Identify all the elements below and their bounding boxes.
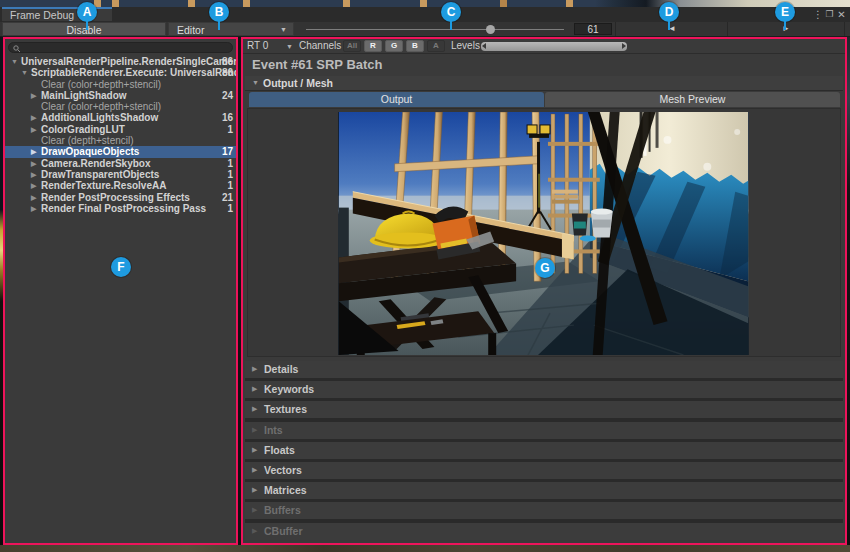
tree-row[interactable]: ▶Render PostProcessing Effects21 — [5, 192, 236, 203]
callout-f: F — [111, 257, 131, 277]
event-label: RenderTexture.ResolveAA — [41, 180, 166, 191]
section-buffers[interactable]: ▶Buffers — [245, 502, 843, 519]
tab-mesh-preview[interactable]: Mesh Preview — [545, 92, 840, 107]
section-textures[interactable]: ▶Textures — [245, 401, 843, 418]
tree-row[interactable]: ▶ColorGradingLUT1 — [5, 124, 236, 135]
tree-row[interactable]: ▶AdditionalLightsShadow16 — [5, 112, 236, 123]
event-count: 86 — [222, 67, 233, 78]
channel-buttons: AllRGBA — [343, 41, 445, 51]
chevron-down-icon: ▼ — [286, 41, 293, 53]
levels-min-handle[interactable] — [482, 43, 486, 49]
section-label: Keywords — [264, 383, 314, 395]
frame-slider[interactable] — [300, 22, 568, 36]
maximize-icon[interactable]: ❐ — [824, 9, 835, 20]
channel-button-all[interactable]: All — [343, 40, 361, 52]
section-label: Buffers — [264, 504, 301, 516]
event-count: 86 — [222, 56, 233, 67]
tree-row[interactable]: ▼ScriptableRenderer.Execute: UniversalRe… — [5, 67, 236, 78]
render-target-toolbar: RT 0 ▼ Channels AllRGBA Levels — [243, 39, 845, 54]
callout-a: A — [77, 2, 97, 30]
target-dropdown[interactable]: Editor ▼ — [168, 22, 294, 36]
window-menu-icon[interactable]: ⋮ — [812, 9, 823, 20]
levels-max-handle[interactable] — [622, 43, 626, 49]
foldout-collapsed-icon: ▶ — [252, 365, 257, 373]
tree-row[interactable]: ▶Render Final PostProcessing Pass1 — [5, 203, 236, 214]
event-count: 16 — [222, 112, 233, 123]
event-tree: ▼UniversalRenderPipeline.RenderSingleCam… — [5, 56, 236, 214]
search-icon — [13, 45, 21, 53]
event-count: 1 — [227, 180, 233, 191]
section-cbuffer[interactable]: ▶CBuffer — [245, 523, 843, 540]
foldout-collapsed-icon[interactable]: ▶ — [31, 90, 41, 101]
event-search-input[interactable] — [8, 42, 233, 53]
tree-row[interactable]: ▶Camera.RenderSkybox1 — [5, 158, 236, 169]
target-dropdown-label: Editor — [177, 24, 204, 36]
tree-row[interactable]: ▼UniversalRenderPipeline.RenderSingleCam… — [5, 56, 236, 67]
property-sections: ▶Details▶Keywords▶Textures▶Ints▶Floats▶V… — [245, 361, 843, 540]
event-label: UniversalRenderPipeline.RenderSingleCame… — [21, 56, 236, 67]
section-ints[interactable]: ▶Ints — [245, 422, 843, 439]
section-label: Vectors — [264, 464, 302, 476]
title-bar: Frame Debug ⋮ ❐ ✕ — [0, 7, 850, 23]
channel-button-g[interactable]: G — [385, 40, 403, 52]
output-mesh-foldout[interactable]: ▼ Output / Mesh — [245, 76, 843, 91]
tree-row[interactable]: ▶MainLightShadow24 — [5, 90, 236, 101]
rt-dropdown[interactable]: RT 0 ▼ — [247, 40, 295, 52]
foldout-collapsed-icon: ▶ — [252, 405, 257, 413]
foldout-expanded-icon[interactable]: ▼ — [21, 67, 31, 78]
frame-debugger-window: Frame Debug ⋮ ❐ ✕ Disable Editor ▼ 61 ◄ … — [0, 0, 850, 552]
render-preview-svg — [338, 112, 749, 355]
event-label: Clear (color+depth+stencil) — [41, 79, 161, 90]
section-label: Ints — [264, 424, 283, 436]
tree-row[interactable]: ▶DrawTransparentObjects1 — [5, 169, 236, 180]
section-details[interactable]: ▶Details — [245, 361, 843, 378]
foldout-collapsed-icon[interactable]: ▶ — [31, 124, 41, 135]
channel-button-r[interactable]: R — [364, 40, 382, 52]
foldout-expanded-icon[interactable]: ▼ — [11, 56, 21, 67]
event-label: MainLightShadow — [41, 90, 127, 101]
tree-row[interactable]: ▶RenderTexture.ResolveAA1 — [5, 180, 236, 191]
foldout-expanded-icon: ▼ — [252, 79, 259, 86]
close-icon[interactable]: ✕ — [836, 9, 847, 20]
foldout-collapsed-icon[interactable]: ▶ — [31, 112, 41, 123]
foldout-collapsed-icon[interactable]: ▶ — [31, 180, 41, 191]
tree-row[interactable]: Clear (depth+stencil) — [5, 135, 236, 146]
foldout-collapsed-icon[interactable]: ▶ — [31, 203, 41, 214]
event-label: Clear (depth+stencil) — [41, 135, 134, 146]
render-preview-area — [247, 108, 841, 357]
chevron-down-icon: ▼ — [280, 23, 287, 37]
tree-row[interactable]: ▶DrawOpaqueObjects17 — [5, 146, 236, 157]
foldout-collapsed-icon[interactable]: ▶ — [31, 158, 41, 169]
levels-slider[interactable] — [481, 42, 627, 51]
tree-row[interactable]: Clear (color+depth+stencil) — [5, 101, 236, 112]
callout-b: B — [209, 2, 229, 30]
event-count: 1 — [227, 158, 233, 169]
foldout-collapsed-icon: ▶ — [252, 527, 257, 535]
foldout-collapsed-icon[interactable]: ▶ — [31, 169, 41, 180]
event-label: Camera.RenderSkybox — [41, 158, 151, 169]
foldout-collapsed-icon[interactable]: ▶ — [31, 146, 41, 157]
event-label: Clear (color+depth+stencil) — [41, 101, 161, 112]
foldout-collapsed-icon[interactable]: ▶ — [31, 192, 41, 203]
callout-c: C — [441, 2, 461, 30]
frame-number-field[interactable]: 61 — [574, 23, 612, 35]
event-count: 1 — [227, 169, 233, 180]
slider-thumb[interactable] — [486, 25, 495, 34]
channel-button-b[interactable]: B — [406, 40, 424, 52]
callout-g: G — [535, 258, 555, 278]
section-floats[interactable]: ▶Floats — [245, 442, 843, 459]
foldout-label: Output / Mesh — [263, 77, 333, 89]
channel-button-a[interactable]: A — [427, 40, 445, 52]
event-label: ScriptableRenderer.Execute: UniversalRen… — [31, 67, 236, 78]
event-count: 24 — [222, 90, 233, 101]
tab-output[interactable]: Output — [249, 92, 544, 107]
event-label: AdditionalLightsShadow — [41, 112, 158, 123]
event-count: 21 — [222, 192, 233, 203]
section-vectors[interactable]: ▶Vectors — [245, 462, 843, 479]
channels-label: Channels — [299, 40, 341, 52]
section-keywords[interactable]: ▶Keywords — [245, 381, 843, 398]
tree-row[interactable]: Clear (color+depth+stencil) — [5, 79, 236, 90]
section-matrices[interactable]: ▶Matrices — [245, 482, 843, 499]
section-label: Details — [264, 363, 298, 375]
foldout-collapsed-icon: ▶ — [252, 486, 257, 494]
